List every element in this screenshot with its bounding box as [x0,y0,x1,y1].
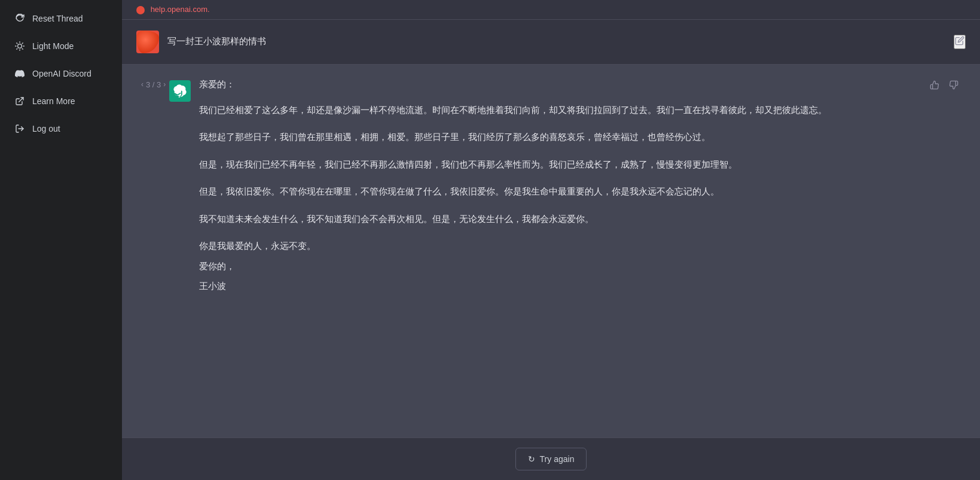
pagination: ‹ 3 / 3 › [141,80,166,89]
paragraph-2: 我想起了那些日子，我们曾在那里相遇，相拥，相爱。那些日子里，我们经历了那么多的喜… [199,129,927,145]
thumbs-down-button[interactable] [947,79,961,93]
external-link-icon [14,96,25,107]
pagination-prev[interactable]: ‹ [141,80,144,89]
pagination-display: 3 / 3 [146,80,161,89]
svg-line-8 [22,43,23,44]
sidebar: Reset Thread Light Mode OpenAI Discord [0,0,122,480]
user-avatar-blob [136,31,159,53]
paragraph-3: 但是，现在我们已经不再年轻，我们已经不再那么激情四射，我们也不再那么率性而为。我… [199,157,927,172]
svg-point-0 [18,44,22,48]
svg-line-9 [19,98,23,102]
greeting: 亲爱的： [199,79,927,90]
user-message-text: 写一封王小波那样的情书 [167,36,266,47]
try-again-button[interactable]: ↻ Try again [515,448,587,470]
pagination-next[interactable]: › [163,80,166,89]
sidebar-item-openai-discord[interactable]: OpenAI Discord [5,61,117,86]
svg-line-7 [17,48,17,49]
main-content: help.openai.com. 写一封王小波那样的情书 ‹ 3 / 3 [122,0,980,480]
user-message-bar: 写一封王小波那样的情书 [122,20,980,65]
sidebar-item-learn-more[interactable]: Learn More [5,89,117,114]
message-body: 亲爱的： 我们已经相爱了这么多年，却还是像沙漏一样不停地流逝。时间在不断地推着我… [199,79,961,299]
discord-icon [14,68,25,79]
closing-line-1: 你是我最爱的人，永远不变。 [199,238,927,254]
closing-line-3: 王小波 [199,278,927,294]
svg-line-4 [22,48,23,49]
sidebar-item-light-mode-label: Light Mode [32,41,74,51]
warning-text: help.openai.com. [136,5,210,14]
assistant-message: ‹ 3 / 3 › 亲爱的： 我们已经相爱了这么多年，却还是像沙漏一样不停地流逝… [122,65,980,438]
sidebar-item-reset-thread[interactable]: Reset Thread [5,6,117,31]
svg-line-3 [17,43,17,44]
bottom-bar: ↻ Try again [122,438,980,480]
sidebar-item-log-out[interactable]: Log out [5,116,117,141]
closing-line-2: 爱你的， [199,259,927,274]
user-message-left: 写一封王小波那样的情书 [136,31,266,53]
message-content: 亲爱的： 我们已经相爱了这么多年，却还是像沙漏一样不停地流逝。时间在不断地推着我… [199,79,927,299]
thumbs-up-button[interactable] [927,79,942,93]
paragraph-4: 但是，我依旧爱你。不管你现在在哪里，不管你现在做了什么，我依旧爱你。你是我生命中… [199,184,927,199]
sidebar-item-reset-thread-label: Reset Thread [32,14,83,23]
user-avatar [136,31,159,53]
sidebar-item-discord-label: OpenAI Discord [32,69,91,78]
reset-icon [14,13,25,24]
sidebar-item-log-out-label: Log out [32,124,60,133]
warning-icon [136,6,145,14]
assistant-avatar [169,80,191,102]
sidebar-item-learn-more-label: Learn More [32,96,75,106]
logout-icon [14,123,25,134]
message-left-col: ‹ 3 / 3 › [141,79,191,102]
sidebar-item-light-mode[interactable]: Light Mode [5,34,117,59]
message-top-row: 亲爱的： 我们已经相爱了这么多年，却还是像沙漏一样不停地流逝。时间在不断地推着我… [199,79,961,299]
try-again-label: Try again [540,454,575,464]
sun-icon [14,41,25,51]
message-actions [927,79,961,93]
paragraph-1: 我们已经相爱了这么多年，却还是像沙漏一样不停地流逝。时间在不断地推着我们向前，却… [199,102,927,118]
edit-message-button[interactable] [954,35,966,49]
warning-bar: help.openai.com. [122,0,980,20]
paragraph-5: 我不知道未来会发生什么，我不知道我们会不会再次相见。但是，无论发生什么，我都会永… [199,211,927,227]
try-again-icon: ↻ [528,454,535,464]
message-row: ‹ 3 / 3 › 亲爱的： 我们已经相爱了这么多年，却还是像沙漏一样不停地流逝… [141,79,961,299]
